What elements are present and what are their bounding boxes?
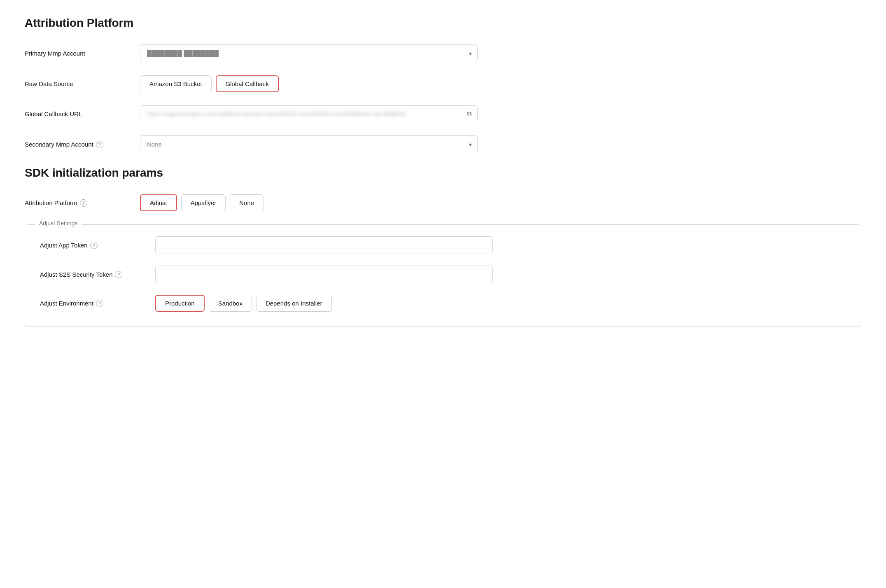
adjust-environment-help-icon[interactable]: ? <box>96 300 103 307</box>
secondary-mmp-row: Secondary Mmp Account ? None ▾ <box>25 135 861 153</box>
adjust-s2s-token-input[interactable] <box>155 266 493 283</box>
global-callback-button[interactable]: Global Callback <box>216 75 279 92</box>
adjust-s2s-token-help-icon[interactable]: ? <box>115 271 122 278</box>
adjust-environment-row: Adjust Environment ? Production Sandbox … <box>40 295 846 312</box>
appsflyer-button[interactable]: Appsflyer <box>181 194 226 211</box>
global-callback-url-row: Global Callback URL https://app.example.… <box>25 105 861 122</box>
primary-mmp-label: Primary Mmp Account <box>25 50 140 57</box>
sdk-section: SDK initialization params Attribution Pl… <box>25 166 861 327</box>
adjust-settings-fieldset: Adjust Settings Adjust App Token ? Adjus… <box>25 224 861 327</box>
adjust-s2s-token-label: Adjust S2S Security Token ? <box>40 271 155 278</box>
depends-on-installer-button[interactable]: Depends on Installer <box>256 295 332 312</box>
global-callback-url-label: Global Callback URL <box>25 110 140 117</box>
sandbox-button[interactable]: Sandbox <box>209 295 252 312</box>
global-callback-url-control: https://app.example.com/callback?param1=… <box>140 105 478 122</box>
raw-data-source-control: Amazon S3 Bucket Global Callback <box>140 75 478 92</box>
adjust-settings-legend: Adjust Settings <box>35 220 82 226</box>
production-button[interactable]: Production <box>155 295 205 312</box>
sdk-attribution-help-icon[interactable]: ? <box>80 199 87 207</box>
sdk-section-title: SDK initialization params <box>25 166 861 180</box>
adjust-app-token-row: Adjust App Token ? <box>40 236 846 254</box>
adjust-app-token-help-icon[interactable]: ? <box>90 242 98 249</box>
adjust-app-token-label: Adjust App Token ? <box>40 242 155 249</box>
secondary-mmp-help-icon[interactable]: ? <box>96 141 103 148</box>
copy-url-button[interactable]: ⧉ <box>461 106 477 122</box>
amazon-s3-button[interactable]: Amazon S3 Bucket <box>140 75 212 92</box>
adjust-button[interactable]: Adjust <box>140 194 177 211</box>
raw-data-source-label: Raw Data Source <box>25 80 140 87</box>
raw-data-source-row: Raw Data Source Amazon S3 Bucket Global … <box>25 75 861 92</box>
secondary-mmp-control: None ▾ <box>140 135 478 153</box>
sdk-attribution-platform-label: Attribution Platform ? <box>25 199 140 207</box>
none-button[interactable]: None <box>230 194 263 211</box>
attribution-platform-title: Attribution Platform <box>25 16 861 30</box>
adjust-environment-label: Adjust Environment ? <box>40 300 155 307</box>
global-callback-url-display: https://app.example.com/callback?param1=… <box>140 106 461 122</box>
secondary-mmp-label: Secondary Mmp Account ? <box>25 141 140 148</box>
primary-mmp-row: Primary Mmp Account ████████ ████████ ▾ <box>25 44 861 62</box>
adjust-s2s-token-row: Adjust S2S Security Token ? <box>40 266 846 283</box>
sdk-attribution-platform-row: Attribution Platform ? Adjust Appsflyer … <box>25 194 861 211</box>
primary-mmp-control: ████████ ████████ ▾ <box>140 44 478 62</box>
secondary-mmp-select[interactable]: None <box>140 135 478 153</box>
adjust-environment-control: Production Sandbox Depends on Installer <box>155 295 332 312</box>
primary-mmp-select[interactable]: ████████ ████████ <box>140 44 478 62</box>
sdk-attribution-platform-control: Adjust Appsflyer None <box>140 194 478 211</box>
adjust-app-token-input[interactable] <box>155 236 493 254</box>
